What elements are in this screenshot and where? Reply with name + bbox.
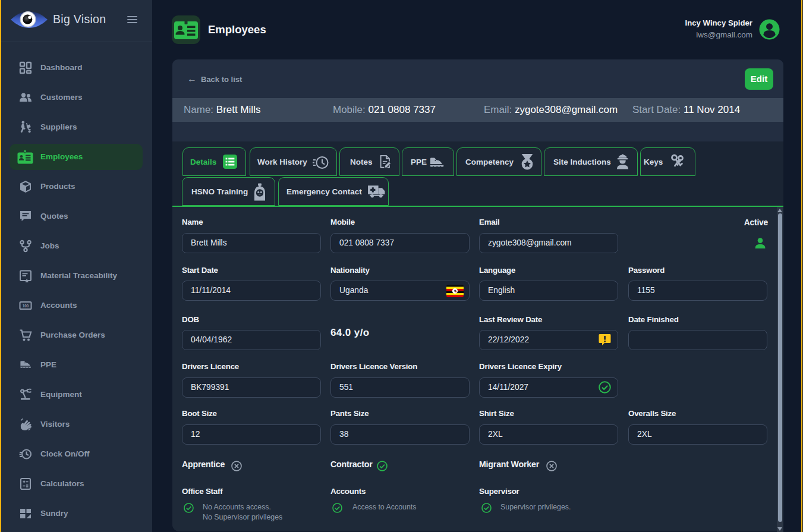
- svg-text:100: 100: [23, 304, 29, 308]
